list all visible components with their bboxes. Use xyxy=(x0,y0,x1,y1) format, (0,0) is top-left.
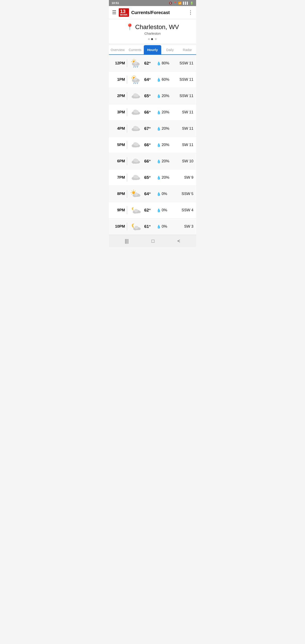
hour-precip: 💧20% xyxy=(156,110,173,114)
more-options-icon[interactable]: ⋮ xyxy=(188,10,193,16)
weather-icon-cloudy xyxy=(130,124,141,134)
hour-row[interactable]: 5PM 66° 💧20% SW 11 xyxy=(109,137,196,153)
tab-bar: Overview Currents Hourly Daily Radar xyxy=(109,45,196,55)
hamburger-menu[interactable]: ☰ xyxy=(112,10,116,16)
rain-drop-icon: 💧 xyxy=(156,126,161,131)
notification-icon: 🔇 xyxy=(169,2,172,5)
svg-point-46 xyxy=(135,126,139,130)
hour-wind: SW 9 xyxy=(184,175,194,180)
hour-row[interactable]: 8PM 64° 💧0% SSW 5 xyxy=(109,186,196,202)
add-location-icon[interactable]: + xyxy=(155,37,157,41)
logo-station: WOWK xyxy=(120,14,128,16)
svg-line-5 xyxy=(132,60,132,60)
svg-line-69 xyxy=(135,191,136,191)
dot-1[interactable] xyxy=(148,38,150,40)
tab-overview[interactable]: Overview xyxy=(109,45,126,54)
svg-line-23 xyxy=(135,76,136,77)
weather-icon-cloudy xyxy=(130,156,141,166)
svg-line-14 xyxy=(136,66,136,67)
hour-time: 6PM xyxy=(112,159,125,164)
hour-precip: 💧0% xyxy=(156,224,173,229)
svg-point-28 xyxy=(134,77,137,80)
hour-row[interactable]: 9PM 62° 💧0% SSW 4 xyxy=(109,202,196,218)
hour-row[interactable]: 2PM 65° 💧20% SSW 11 xyxy=(109,88,196,104)
svg-line-31 xyxy=(137,82,138,84)
hour-temp: 66° xyxy=(144,142,156,147)
hour-wind: SSW 11 xyxy=(180,77,194,82)
tab-radar[interactable]: Radar xyxy=(179,45,196,54)
logo-number: 13 xyxy=(120,8,126,14)
hour-row[interactable]: 6PM 66° 💧20% SW 10 xyxy=(109,153,196,170)
location-name: 📍 Charleston, WV xyxy=(111,23,194,31)
rain-drop-icon: 💧 xyxy=(156,94,161,98)
weather-icon-crescent xyxy=(130,222,141,232)
city-name: Charleston, WV xyxy=(135,24,179,31)
app-header: ☰ 13 WOWK Currents/Forecast ⋮ xyxy=(109,6,196,19)
hour-temp: 62° xyxy=(144,208,156,213)
weather-icon-partly-cloudy-rain xyxy=(130,75,141,84)
dot-2[interactable] xyxy=(151,38,153,40)
hour-wind: SW 10 xyxy=(182,159,194,164)
weather-icon-cloudy xyxy=(130,173,141,182)
hour-temp: 65° xyxy=(144,94,156,98)
hour-time: 4PM xyxy=(112,126,125,131)
hour-row[interactable]: 4PM 67° 💧20% SW 11 xyxy=(109,120,196,137)
hour-precip: 💧20% xyxy=(156,94,173,98)
tab-hourly[interactable]: Hourly xyxy=(144,45,161,54)
svg-line-29 xyxy=(134,82,134,84)
hour-temp: 65° xyxy=(144,175,156,180)
hour-divider xyxy=(127,59,127,67)
svg-point-56 xyxy=(135,159,139,162)
hour-precip: 💧80% xyxy=(156,61,173,66)
status-time: 10:51 xyxy=(112,1,119,5)
location-icon: 📍 xyxy=(174,2,177,5)
signal-icon: ▌▌▌ xyxy=(183,2,189,5)
hour-row[interactable]: 1PM 64° 💧60% SSW 11 xyxy=(109,72,196,88)
hour-divider xyxy=(127,92,127,100)
wifi-icon: 📶 xyxy=(178,2,182,5)
header-title: Currents/Forecast xyxy=(131,10,186,15)
rain-drop-icon: 💧 xyxy=(156,143,161,147)
svg-line-13 xyxy=(134,66,134,67)
svg-line-21 xyxy=(132,76,132,77)
weather-icon-cloudy xyxy=(130,140,141,150)
hour-time: 2PM xyxy=(112,94,125,98)
hour-wind: SSW 5 xyxy=(182,192,194,196)
hour-time: 9PM xyxy=(112,208,125,212)
hour-temp: 64° xyxy=(144,77,156,82)
svg-point-36 xyxy=(135,94,139,97)
hour-row[interactable]: 7PM 65° 💧20% SW 9 xyxy=(109,170,196,186)
tab-currents[interactable]: Currents xyxy=(126,45,144,54)
weather-icon-night-cloudy xyxy=(130,205,141,215)
hour-temp: 66° xyxy=(144,159,156,164)
nav-back-icon[interactable]: < xyxy=(177,238,180,244)
rain-drop-icon: 💧 xyxy=(156,208,161,212)
weather-icon-partly-cloudy-sun xyxy=(130,189,141,199)
weather-icon-cloudy xyxy=(130,107,141,117)
hour-divider xyxy=(127,124,127,132)
hour-row[interactable]: 3PM 66° 💧20% SW 11 xyxy=(109,104,196,120)
hour-precip: 💧0% xyxy=(156,192,173,196)
hour-divider xyxy=(127,141,127,149)
rain-drop-icon: 💧 xyxy=(156,224,161,229)
hour-precip: 💧20% xyxy=(156,175,173,180)
hour-wind: SSW 11 xyxy=(180,94,194,98)
hour-row[interactable]: 12PM 62° 💧80% SSW 11 xyxy=(109,55,196,72)
battery-icon: 🔋 xyxy=(190,2,194,5)
hour-row[interactable]: 10PM 61° 💧0% SW 3 xyxy=(109,218,196,235)
location-sub: Charleston xyxy=(111,32,194,35)
nav-home-icon[interactable]: □ xyxy=(152,238,154,244)
hour-wind: SW 11 xyxy=(182,110,194,114)
nav-menu-icon[interactable]: ||| xyxy=(125,238,128,244)
hour-divider xyxy=(127,206,127,214)
rain-drop-icon: 💧 xyxy=(156,159,161,164)
hour-precip: 💧20% xyxy=(156,159,173,164)
status-icons: 🔇 📍 📶 ▌▌▌ 🔋 xyxy=(169,2,194,5)
hour-precip: 💧20% xyxy=(156,126,173,131)
hour-precip: 💧0% xyxy=(156,208,173,212)
hour-wind: SSW 11 xyxy=(180,61,194,66)
svg-point-51 xyxy=(135,143,139,146)
logo-box: 13 WOWK xyxy=(119,8,129,17)
tab-daily[interactable]: Daily xyxy=(161,45,179,54)
svg-point-82 xyxy=(134,226,138,229)
